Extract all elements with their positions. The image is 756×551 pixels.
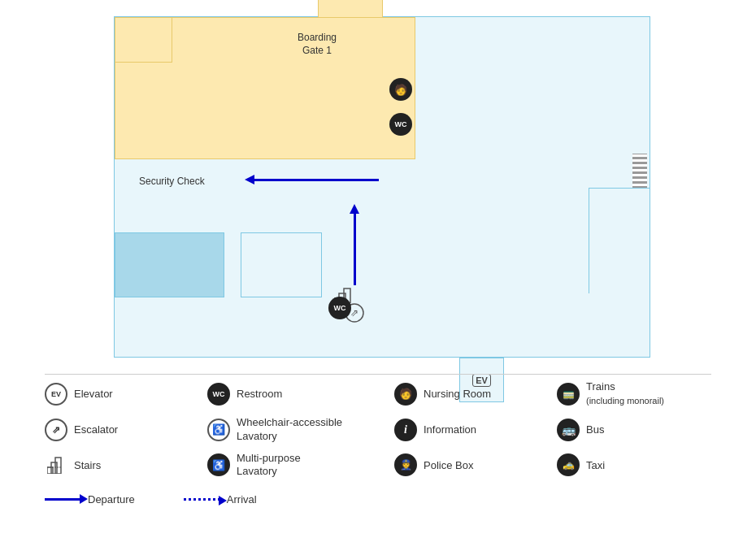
right-indent bbox=[589, 188, 650, 293]
legend-item-restroom: WC Restroom bbox=[207, 380, 394, 408]
legend-arrows-row: Departure Arrival bbox=[45, 493, 744, 505]
legend-item-multipurpose: ♿ Multi-purposeLavatory bbox=[207, 452, 394, 479]
departure-zone bbox=[115, 17, 415, 159]
trains-icon: 🚃 bbox=[557, 383, 580, 406]
information-label: Information bbox=[424, 423, 476, 436]
police-label: Police Box bbox=[424, 459, 473, 471]
legend-divider bbox=[45, 374, 711, 375]
restroom-label: Restroom bbox=[237, 388, 282, 400]
arrival-arrow-icon bbox=[184, 498, 220, 501]
multipurpose-label: Multi-purposeLavatory bbox=[237, 452, 301, 479]
wheelchair-icon: ♿ bbox=[207, 419, 230, 441]
arrival-arrow-map bbox=[354, 212, 356, 285]
legend-item-trains: 🚃 Trains(including monorail) bbox=[557, 380, 728, 408]
legend-item-stairs: Stairs bbox=[45, 452, 207, 479]
arrival-legend: Arrival bbox=[184, 493, 257, 505]
legend-item-taxi: 🚕 Taxi bbox=[557, 452, 728, 479]
legend-item-nursing: 🧑 Nursing Room bbox=[394, 380, 557, 408]
nursing-icon-gate: 🧑 bbox=[389, 78, 412, 101]
gate-label: Boarding Gate 1 bbox=[298, 32, 337, 57]
elevator-icon: EV bbox=[45, 383, 67, 406]
nursing-label: Nursing Room bbox=[424, 388, 491, 400]
wc-icon-gate: WC bbox=[389, 113, 412, 136]
taxi-label: Taxi bbox=[586, 459, 605, 471]
arrival-legend-label: Arrival bbox=[227, 493, 257, 505]
restroom-icon: WC bbox=[207, 383, 230, 406]
svg-rect-5 bbox=[47, 467, 53, 474]
trains-label: Trains(including monorail) bbox=[586, 380, 664, 408]
nursing-icon: 🧑 bbox=[394, 383, 417, 406]
stairs-icon bbox=[45, 453, 67, 476]
elevator-label: Elevator bbox=[74, 388, 113, 400]
escalator-icon: ⇗ bbox=[45, 419, 67, 441]
map-container: Boarding Gate 1 WC 🧑 Security Check bbox=[114, 16, 650, 358]
legend-item-wheelchair: ♿ Wheelchair-accessibleLavatory bbox=[207, 416, 394, 444]
legend-item-bus: 🚌 Bus bbox=[557, 416, 728, 444]
departure-arrow-icon bbox=[45, 498, 81, 501]
svg-rect-7 bbox=[55, 458, 61, 474]
departure-legend-label: Departure bbox=[88, 493, 135, 505]
bus-label: Bus bbox=[586, 423, 604, 436]
bus-icon: 🚌 bbox=[557, 419, 580, 441]
legend-item-information: i Information bbox=[394, 416, 557, 444]
svg-rect-6 bbox=[51, 462, 57, 474]
legend-grid: EV Elevator WC Restroom 🧑 Nursing Room 🚃… bbox=[45, 380, 744, 487]
wheelchair-label: Wheelchair-accessibleLavatory bbox=[237, 416, 342, 444]
top-left-box bbox=[115, 18, 172, 63]
departure-legend: Departure bbox=[45, 493, 135, 505]
escalator-label: Escalator bbox=[74, 423, 118, 436]
stairs-label: Stairs bbox=[74, 459, 101, 471]
svg-text:⇗: ⇗ bbox=[350, 307, 358, 319]
legend-item-escalator: ⇗ Escalator bbox=[45, 416, 207, 444]
departure-arrow-map bbox=[253, 179, 379, 181]
wc-icon-bottom: WC bbox=[328, 297, 351, 319]
legend-item-police: 👮 Police Box bbox=[394, 452, 557, 479]
legend-item-elevator: EV Elevator bbox=[45, 380, 207, 408]
legend: EV Elevator WC Restroom 🧑 Nursing Room 🚃… bbox=[45, 380, 744, 505]
security-check-label: Security Check bbox=[139, 176, 205, 187]
multipurpose-icon: ♿ bbox=[207, 453, 230, 476]
information-icon: i bbox=[394, 419, 417, 441]
blue-zone bbox=[115, 232, 224, 297]
map-background: Boarding Gate 1 WC 🧑 Security Check bbox=[114, 16, 650, 358]
police-icon: 👮 bbox=[394, 453, 417, 476]
taxi-icon: 🚕 bbox=[557, 453, 580, 476]
small-room-left bbox=[241, 232, 322, 297]
